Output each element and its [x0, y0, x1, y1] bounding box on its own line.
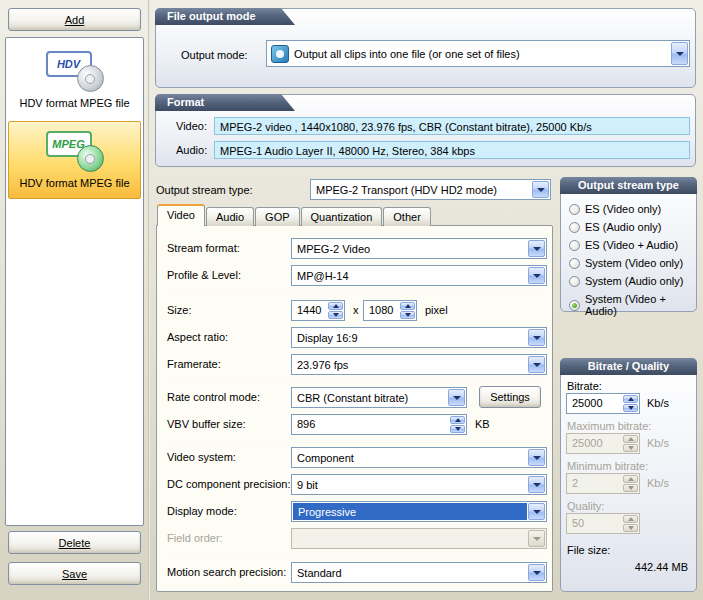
- spin-down-button[interactable]: [450, 425, 465, 433]
- vbv-buffer-stepper[interactable]: 896: [291, 414, 467, 435]
- vbv-unit-label: KB: [475, 418, 490, 430]
- file-output-mode-panel: File output mode Output mode: Output all…: [155, 8, 696, 88]
- spin-up-button[interactable]: [328, 302, 343, 310]
- chevron-down-icon: [533, 537, 541, 541]
- separator: [166, 556, 545, 557]
- delete-button[interactable]: Delete: [8, 531, 141, 554]
- combo-dropdown-button[interactable]: [528, 267, 545, 284]
- clip-list[interactable]: HDV HDV format MPEG file MPEG HDV format…: [5, 37, 144, 526]
- size-height-value: 1080: [369, 304, 398, 316]
- radio-system-video-audio[interactable]: System (Video + Audio): [569, 293, 696, 317]
- tab-gop[interactable]: GOP: [255, 207, 299, 226]
- spin-up-button: [623, 435, 638, 443]
- radio-icon: [569, 240, 580, 251]
- radio-selected-icon: [569, 300, 580, 311]
- rate-control-combobox[interactable]: CBR (Constant bitrate): [291, 387, 467, 408]
- quality-stepper: 50: [566, 513, 640, 534]
- chevron-down-icon: [676, 52, 684, 56]
- display-mode-label: Display mode:: [167, 505, 237, 517]
- spin-up-icon: [455, 418, 461, 422]
- list-item-label: HDV format MPEG file: [9, 177, 140, 189]
- radio-system-audio-only[interactable]: System (Audio only): [569, 275, 683, 287]
- framerate-value: 23.976 fps: [292, 359, 527, 371]
- tab-audio[interactable]: Audio: [206, 207, 254, 226]
- radio-label: ES (Video only): [585, 203, 661, 215]
- combo-dropdown-button[interactable]: [532, 181, 549, 198]
- tab-other[interactable]: Other: [383, 207, 431, 226]
- combo-dropdown-button[interactable]: [671, 42, 688, 65]
- combo-dropdown-button[interactable]: [528, 356, 545, 373]
- chevron-down-icon: [533, 336, 541, 340]
- app-window: Add HDV HDV format MPEG file MPEG HDV fo…: [0, 0, 703, 600]
- format-audio-value: MPEG-1 Audio Layer II, 48000 Hz, Stereo,…: [214, 141, 690, 159]
- combo-dropdown-button[interactable]: [528, 564, 545, 581]
- list-item-hdv[interactable]: HDV HDV format MPEG file: [8, 41, 141, 119]
- framerate-combobox[interactable]: 23.976 fps: [291, 354, 547, 375]
- rate-control-value: CBR (Constant bitrate): [292, 392, 447, 404]
- spin-up-button[interactable]: [450, 416, 465, 424]
- radio-es-video-only[interactable]: ES (Video only): [569, 203, 661, 215]
- combo-dropdown-button[interactable]: [448, 389, 465, 406]
- spin-down-button[interactable]: [623, 404, 638, 412]
- min-bitrate-label: Minimum bitrate:: [567, 460, 648, 472]
- combo-dropdown-button[interactable]: [528, 449, 545, 466]
- settings-button[interactable]: Settings: [479, 386, 541, 408]
- output-stream-type-label: Output stream type:: [156, 184, 253, 196]
- radio-system-video-only[interactable]: System (Video only): [569, 257, 683, 269]
- spin-up-icon: [628, 517, 634, 521]
- stream-type-panel: Output stream type ES (Video only) ES (A…: [560, 177, 697, 312]
- spin-down-icon: [628, 526, 634, 530]
- size-unit-label: pixel: [425, 304, 448, 316]
- settings-tab-bar: Video Audio GOP Quantization Other: [157, 204, 432, 226]
- mpeg-file-icon: MPEG: [44, 130, 106, 172]
- spin-up-button[interactable]: [623, 395, 638, 403]
- max-bitrate-stepper: 25000: [566, 433, 640, 454]
- add-button[interactable]: Add: [8, 8, 141, 31]
- aspect-ratio-combobox[interactable]: Display 16:9: [291, 327, 547, 348]
- combo-dropdown-button: [528, 530, 545, 547]
- tab-video[interactable]: Video: [157, 204, 205, 226]
- video-system-label: Video system:: [167, 451, 236, 463]
- spin-down-button[interactable]: [328, 311, 343, 319]
- radio-label: ES (Video + Audio): [585, 239, 678, 251]
- format-header: Format: [155, 94, 295, 111]
- motion-search-label: Motion search precision:: [167, 566, 286, 578]
- display-mode-combobox[interactable]: Progressive: [291, 501, 547, 522]
- combo-dropdown-button[interactable]: [528, 329, 545, 346]
- size-width-stepper[interactable]: 1440: [291, 300, 345, 321]
- bitrate-label: Bitrate:: [567, 380, 602, 392]
- tab-quantization[interactable]: Quantization: [301, 207, 383, 226]
- profile-level-combobox[interactable]: MP@H-14: [291, 265, 547, 286]
- stream-format-combobox[interactable]: MPEG-2 Video: [291, 238, 547, 259]
- chevron-down-icon: [533, 483, 541, 487]
- spin-down-icon: [628, 406, 634, 410]
- combo-dropdown-button[interactable]: [528, 476, 545, 493]
- output-mode-label: Output mode:: [181, 49, 248, 61]
- spin-down-icon: [333, 313, 339, 317]
- format-panel: Format Video: MPEG-2 video , 1440x1080, …: [155, 94, 696, 167]
- settings-button-label: Settings: [490, 391, 530, 403]
- radio-label: System (Audio only): [585, 275, 683, 287]
- bitrate-stepper[interactable]: 25000: [566, 393, 640, 414]
- max-bitrate-label: Maximum bitrate:: [567, 420, 651, 432]
- radio-es-audio-only[interactable]: ES (Audio only): [569, 221, 661, 233]
- radio-es-video-audio[interactable]: ES (Video + Audio): [569, 239, 678, 251]
- chevron-down-icon: [533, 247, 541, 251]
- video-system-combobox[interactable]: Component: [291, 447, 547, 468]
- max-bitrate-value: 25000: [572, 437, 621, 449]
- list-item-mpeg-selected[interactable]: MPEG HDV format MPEG file: [8, 121, 141, 199]
- combo-dropdown-button[interactable]: [528, 240, 545, 257]
- stream-format-label: Stream format:: [167, 242, 240, 254]
- output-stream-type-combobox[interactable]: MPEG-2 Transport (HDV HD2 mode): [310, 179, 551, 200]
- size-height-stepper[interactable]: 1080: [363, 300, 417, 321]
- spin-up-button[interactable]: [400, 302, 415, 310]
- save-button[interactable]: Save: [8, 562, 141, 585]
- spin-up-icon: [628, 397, 634, 401]
- output-mode-combobox[interactable]: Output all clips into one file (or one s…: [266, 40, 690, 67]
- motion-search-combobox[interactable]: Standard: [291, 562, 547, 583]
- sidebar-divider: [148, 0, 150, 600]
- dc-precision-combobox[interactable]: 9 bit: [291, 474, 547, 495]
- spin-down-button[interactable]: [400, 311, 415, 319]
- video-system-value: Component: [292, 452, 527, 464]
- combo-dropdown-button[interactable]: [528, 503, 545, 520]
